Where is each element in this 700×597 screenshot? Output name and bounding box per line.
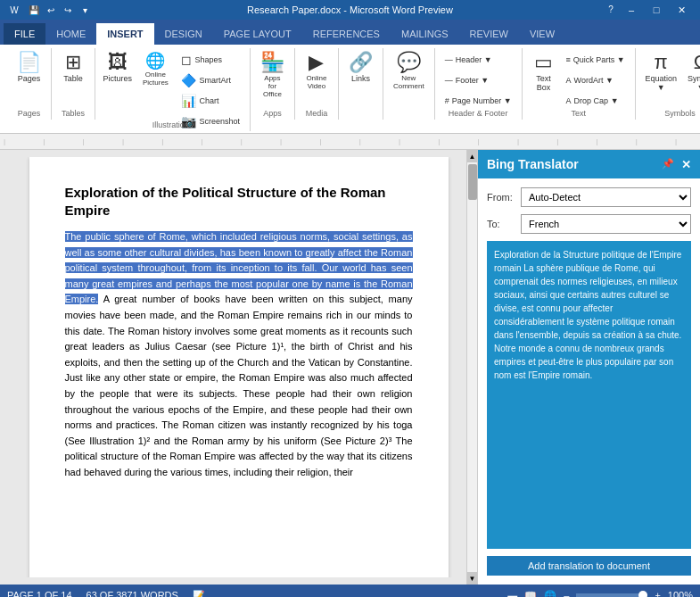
pages-icon: 📄	[17, 53, 41, 72]
header-button[interactable]: — Header ▼	[441, 50, 516, 70]
minimize-button[interactable]: –	[620, 2, 643, 18]
wordart-button[interactable]: A WordArt ▼	[562, 70, 630, 90]
zoom-slider[interactable]	[576, 593, 647, 597]
tables-group-label: Tables	[52, 109, 95, 118]
header-footer-col: — Header ▼ — Footer ▼ # Page Number ▼	[441, 50, 516, 111]
equation-label: Equation ▼	[645, 74, 677, 92]
quick-access-toolbar: 💾 ↩ ↪ ▾	[27, 3, 92, 17]
smartart-button[interactable]: 🔷 SmartArt	[177, 70, 244, 90]
shapes-icon: ◻	[181, 53, 192, 67]
zoom-thumb[interactable]	[638, 591, 647, 597]
redo-icon[interactable]: ↪	[61, 3, 75, 17]
translator-from-select[interactable]: Auto-Detect English French	[521, 187, 691, 207]
ribbon-group-illustrations: 🖼 Pictures 🌐 Online Pictures ◻ Shapes 🔷 …	[95, 48, 251, 131]
window-title: Research Paper.docx - Microsoft Word Pre…	[0, 4, 700, 15]
online-pictures-button[interactable]: 🌐 Online Pictures	[136, 50, 175, 89]
scroll-down-button[interactable]: ▼	[467, 572, 477, 585]
ribbon-tab-bar: FILE HOME INSERT DESIGN PAGE LAYOUT REFE…	[0, 20, 700, 45]
tab-review[interactable]: REVIEW	[459, 23, 519, 45]
scroll-up-button[interactable]: ▲	[467, 150, 477, 162]
new-comment-button[interactable]: 💬 New Comment	[389, 50, 429, 93]
translator-from-row: From: Auto-Detect English French	[487, 187, 691, 207]
view-normal-icon[interactable]: ▬	[507, 590, 517, 597]
word-count: 63 OF 3871 WORDS	[86, 590, 178, 597]
document-scroll[interactable]: Exploration of the Political Structure o…	[7, 157, 470, 577]
ribbon-group-tables: ⊞ Table Tables	[52, 48, 95, 120]
customize-icon[interactable]: ▾	[78, 3, 92, 17]
drop-cap-button[interactable]: A Drop Cap ▼	[562, 91, 630, 111]
text-col: ≡ Quick Parts ▼ A WordArt ▼ A Drop Cap ▼	[562, 50, 630, 111]
tab-references[interactable]: REFERENCES	[302, 23, 391, 45]
pictures-label: Pictures	[103, 74, 132, 83]
symbols-group-label: Symbols	[636, 109, 700, 118]
header-label: Header ▼	[456, 55, 492, 64]
illustrations-group-items: 🖼 Pictures 🌐 Online Pictures ◻ Shapes 🔷 …	[101, 50, 244, 131]
view-web-icon[interactable]: 🌐	[544, 590, 556, 598]
quick-parts-icon: ≡	[566, 55, 571, 64]
footer-button[interactable]: — Footer ▼	[441, 70, 516, 90]
ruler-marks: | | | | | | | | | | | | | | | | | |	[4, 137, 695, 145]
zoom-out-button[interactable]: –	[564, 590, 569, 597]
table-button[interactable]: ⊞ Table	[57, 50, 89, 86]
add-translation-button[interactable]: Add translation to document	[487, 556, 691, 576]
tab-insert[interactable]: INSERT	[96, 23, 153, 45]
scroll-track[interactable]	[467, 162, 477, 572]
tab-design[interactable]: DESIGN	[154, 23, 213, 45]
tab-mailings[interactable]: MAILINGS	[391, 23, 459, 45]
pictures-button[interactable]: 🖼 Pictures	[101, 50, 134, 86]
document-page: Exploration of the Political Structure o…	[29, 157, 449, 577]
translator-to-select[interactable]: French English German	[521, 214, 691, 234]
title-bar: W 💾 ↩ ↪ ▾ Research Paper.docx - Microsof…	[0, 0, 700, 20]
shapes-button[interactable]: ◻ Shapes	[177, 50, 244, 70]
links-button[interactable]: 🔗 Links	[344, 50, 377, 86]
close-button[interactable]: ✕	[670, 2, 693, 18]
undo-icon[interactable]: ↩	[44, 3, 58, 17]
wordart-label: WordArt ▼	[574, 76, 614, 85]
page-number-button[interactable]: # Page Number ▼	[441, 91, 516, 111]
apps-for-office-button[interactable]: 🏪 Apps for Office	[256, 50, 289, 101]
table-icon: ⊞	[65, 53, 81, 72]
new-comment-icon: 💬	[397, 53, 421, 72]
scroll-thumb[interactable]	[468, 164, 477, 200]
window-controls: ? – □ ✕	[604, 2, 693, 18]
footer-icon: —	[445, 76, 453, 85]
title-bar-left: W 💾 ↩ ↪ ▾	[7, 3, 92, 17]
equation-button[interactable]: π Equation ▼	[641, 50, 681, 95]
tab-home[interactable]: HOME	[45, 23, 96, 45]
chart-button[interactable]: 📊 Chart	[177, 91, 244, 111]
zoom-level: 100%	[668, 590, 693, 597]
ribbon-group-pages: 📄 Pages Pages	[7, 48, 52, 120]
document-check-icon[interactable]: 📝	[193, 590, 205, 598]
symbol-button[interactable]: Ω Symbol ▼	[683, 50, 700, 95]
ribbon-group-apps: 🏪 Apps for Office Apps	[251, 48, 295, 120]
zoom-in-button[interactable]: +	[655, 590, 660, 597]
vertical-scrollbar[interactable]: ▲ ▼	[466, 150, 477, 585]
translator-close-icon[interactable]: ✕	[681, 158, 691, 171]
text-box-icon: ▭	[534, 53, 553, 72]
header-footer-group-label: Header & Footer	[435, 109, 522, 118]
translator-from-label: From:	[487, 192, 514, 203]
tab-view[interactable]: VIEW	[519, 23, 565, 45]
apps-icon: 🏪	[260, 53, 284, 72]
quick-parts-button[interactable]: ≡ Quick Parts ▼	[562, 50, 630, 70]
translator-pin-icon[interactable]: 📌	[662, 158, 674, 171]
tab-file[interactable]: FILE	[4, 23, 45, 45]
help-icon[interactable]: ?	[604, 2, 618, 16]
maximize-button[interactable]: □	[645, 2, 668, 18]
translator-to-row: To: French English German	[487, 214, 691, 234]
tab-page-layout[interactable]: PAGE LAYOUT	[213, 23, 302, 45]
quick-parts-label: Quick Parts ▼	[573, 55, 625, 64]
word-icon: W	[7, 3, 21, 17]
text-box-button[interactable]: ▭ Text Box	[528, 50, 560, 95]
chart-icon: 📊	[181, 94, 196, 108]
document-title: Exploration of the Political Structure o…	[65, 184, 413, 219]
pages-button[interactable]: 📄 Pages	[12, 50, 45, 86]
save-icon[interactable]: 💾	[27, 3, 41, 17]
ruler: | | | | | | | | | | | | | | | | | |	[0, 134, 700, 150]
online-video-button[interactable]: ▶ Online Video	[301, 50, 333, 93]
status-right: ▬ 📖 🌐 – + 100%	[507, 590, 693, 598]
equation-icon: π	[655, 53, 668, 72]
main-content: Exploration of the Political Structure o…	[0, 150, 700, 585]
document-area[interactable]: Exploration of the Political Structure o…	[0, 150, 477, 585]
view-reading-icon[interactable]: 📖	[524, 590, 537, 598]
